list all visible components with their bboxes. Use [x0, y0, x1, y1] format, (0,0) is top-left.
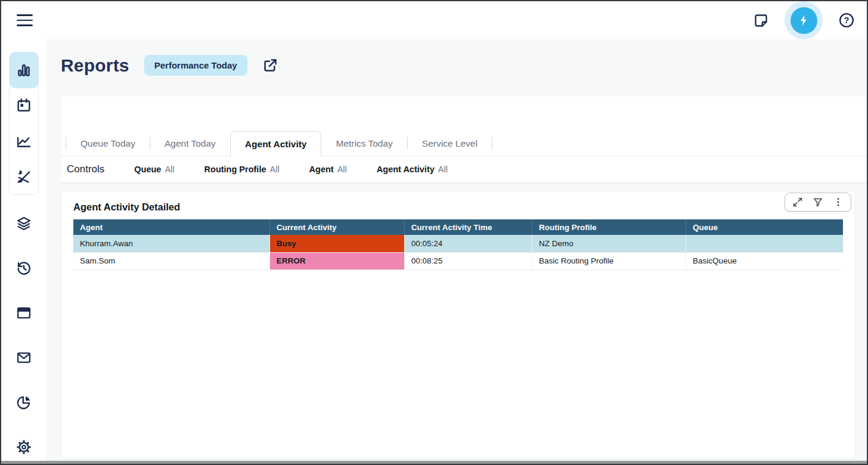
sidebar-item-pie-chart[interactable] [16, 394, 32, 411]
sidebar [1, 39, 46, 461]
cell-current-activity: Busy [269, 235, 404, 252]
more-options-icon[interactable] [833, 197, 844, 207]
tab-queue-today[interactable]: Queue Today [66, 131, 150, 156]
report-tabs: Queue Today Agent Today Agent Activity M… [61, 131, 867, 156]
pie-chart-icon [16, 394, 32, 411]
external-link-icon[interactable] [262, 57, 278, 73]
line-chart-icon [16, 133, 32, 150]
sidebar-item-design[interactable] [10, 159, 38, 195]
cell-activity-time: 00:08:25 [404, 252, 532, 269]
cell-queue [686, 235, 843, 252]
main-content: Reports Performance Today Queue Today Ag… [46, 39, 867, 461]
table-row[interactable]: Sam.Som ERROR 00:08:25 Basic Routing Pro… [73, 252, 843, 269]
cell-routing-profile: NZ Demo [532, 235, 686, 252]
card-toolbar [785, 193, 851, 212]
tab-agent-activity[interactable]: Agent Activity [230, 131, 322, 156]
filter-funnel-icon[interactable] [813, 197, 823, 207]
note-icon[interactable] [753, 13, 769, 29]
col-header-current-activity-time[interactable]: Current Activity Time [404, 219, 532, 235]
expand-icon[interactable] [792, 197, 803, 207]
sidebar-item-line-chart[interactable] [10, 123, 38, 159]
sidebar-item-window[interactable] [16, 305, 32, 321]
col-header-current-activity[interactable]: Current Activity [269, 219, 404, 235]
bottom-scrollbar[interactable] [1, 461, 867, 464]
cell-agent: Khurram.Awan [73, 235, 269, 252]
history-icon [16, 260, 32, 277]
cell-routing-profile: Basic Routing Profile [532, 252, 686, 269]
bar-chart-icon [16, 62, 32, 79]
sidebar-item-history[interactable] [16, 260, 32, 277]
svg-text:?: ? [844, 16, 850, 25]
top-bar: ? [1, 1, 867, 39]
table-row[interactable]: Khurram.Awan Busy 00:05:24 NZ Demo [73, 235, 843, 252]
tab-service-level[interactable]: Service Level [408, 131, 492, 156]
agent-activity-table: Agent Current Activity Current Activity … [73, 219, 843, 270]
calendar-icon [16, 97, 32, 114]
filter-queue[interactable]: QueueAll [134, 165, 174, 174]
sidebar-secondary [1, 215, 46, 455]
app-window: ? [0, 0, 868, 465]
browser-window-icon [16, 305, 32, 321]
tabs-and-controls-panel: Queue Today Agent Today Agent Activity M… [61, 97, 867, 183]
layers-icon [16, 215, 32, 232]
sidebar-item-calendar[interactable] [10, 88, 38, 124]
sidebar-reports-group [9, 52, 39, 195]
performance-today-badge[interactable]: Performance Today [144, 55, 247, 76]
controls-label: Controls [67, 163, 104, 175]
cell-activity-time: 00:05:24 [404, 235, 532, 252]
mail-icon [16, 349, 32, 366]
hamburger-menu-icon[interactable] [17, 14, 33, 26]
cell-queue: BasicQueue [686, 252, 843, 269]
tab-agent-today[interactable]: Agent Today [150, 131, 230, 156]
filter-agent[interactable]: AgentAll [309, 165, 347, 174]
sidebar-item-bar-chart[interactable] [10, 52, 38, 88]
help-icon[interactable]: ? [838, 12, 855, 29]
settings-gear-icon [16, 439, 32, 455]
sidebar-item-settings[interactable] [16, 439, 32, 455]
controls-bar: Controls QueueAll Routing ProfileAll Age… [61, 156, 867, 183]
topbar-actions: ? [753, 1, 855, 39]
page-title: Reports [61, 55, 129, 76]
filter-routing-profile[interactable]: Routing ProfileAll [204, 165, 280, 174]
sidebar-item-layers[interactable] [16, 215, 32, 232]
card-title: Agent Activity Detailed [73, 202, 855, 213]
sidebar-item-mail[interactable] [16, 349, 32, 366]
page-header: Reports Performance Today [61, 55, 278, 76]
table-header-row: Agent Current Activity Current Activity … [73, 219, 843, 235]
col-header-queue[interactable]: Queue [686, 219, 843, 235]
lightning-icon [790, 7, 817, 34]
tab-metrics-today[interactable]: Metrics Today [321, 131, 407, 156]
assistant-button[interactable] [785, 1, 823, 39]
cell-current-activity: ERROR [269, 252, 404, 269]
col-header-routing-profile[interactable]: Routing Profile [532, 219, 686, 235]
design-brush-icon [16, 168, 32, 185]
cell-agent: Sam.Som [73, 252, 269, 269]
col-header-agent[interactable]: Agent [73, 219, 269, 235]
agent-activity-card: Agent Activity Detailed Agent Current Ac… [61, 191, 855, 459]
filter-agent-activity[interactable]: Agent ActivityAll [377, 165, 448, 174]
